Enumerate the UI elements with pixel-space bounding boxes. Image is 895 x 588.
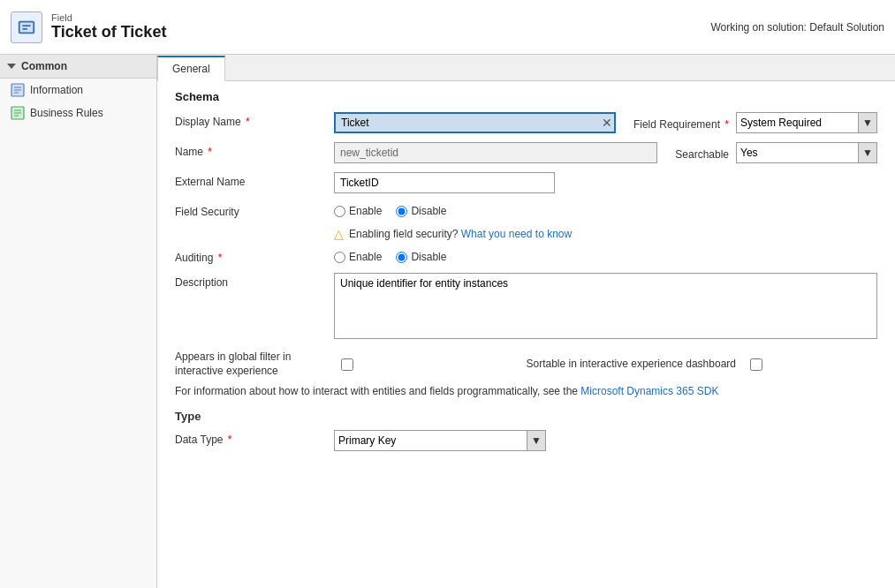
display-name-required: * [243, 116, 250, 128]
display-name-input[interactable] [334, 112, 616, 133]
auditing-enable-radio[interactable] [334, 252, 345, 263]
information-icon [11, 83, 25, 97]
description-textarea[interactable]: Unique identifier for entity instances [334, 273, 877, 339]
sdk-link[interactable]: Microsoft Dynamics 365 SDK [580, 385, 718, 397]
searchable-control: Yes ▼ [736, 142, 877, 163]
name-input[interactable] [334, 142, 657, 163]
app-container: Field Ticket of Ticket Working on soluti… [0, 0, 895, 588]
auditing-radio-group: Enable Disable [334, 248, 877, 263]
external-name-input[interactable] [334, 172, 555, 193]
data-type-select[interactable]: Primary Key [334, 430, 546, 451]
field-security-enable-label[interactable]: Enable [334, 205, 382, 217]
field-security-row: Field Security Enable Disable [175, 202, 877, 218]
external-name-control [334, 172, 877, 193]
warning-row: △ Enabling field security? What you need… [334, 227, 877, 241]
field-icon [11, 11, 42, 43]
appears-in-filter-checkbox[interactable] [341, 358, 353, 371]
sidebar-section-label: Common [21, 60, 67, 72]
triangle-down-icon [7, 64, 16, 69]
appears-in-filter-label: Appears in global filter in interactive … [175, 351, 334, 378]
warning-text: Enabling field security? What you need t… [349, 228, 572, 240]
field-security-control: Enable Disable [334, 202, 877, 217]
header: Field Ticket of Ticket Working on soluti… [0, 0, 895, 55]
data-type-control: Primary Key ▼ [334, 430, 877, 451]
description-control: Unique identifier for entity instances [334, 273, 877, 342]
display-name-label: Display Name * [175, 112, 334, 128]
appears-in-filter-col: Appears in global filter in interactive … [175, 351, 527, 378]
sortable-col: Sortable in interactive experience dashb… [527, 351, 878, 378]
header-left: Field Ticket of Ticket [11, 11, 166, 43]
warning-icon: △ [334, 227, 344, 241]
display-name-row: Display Name * ✕ Field Requirement * [175, 112, 877, 133]
auditing-disable-label[interactable]: Disable [396, 251, 446, 263]
display-name-clear-button[interactable]: ✕ [602, 117, 612, 129]
sortable-checkbox[interactable] [750, 358, 762, 371]
display-name-control: ✕ [334, 112, 616, 133]
field-security-radio-group: Enable Disable [334, 202, 877, 217]
auditing-disable-radio[interactable] [396, 252, 407, 263]
field-security-disable-label[interactable]: Disable [396, 205, 446, 217]
main-layout: Common Information Business Rule [0, 55, 895, 588]
name-row: Name * Searchable Yes [175, 142, 877, 163]
svg-rect-0 [19, 21, 34, 33]
searchable-select[interactable]: Yes [736, 142, 877, 163]
sidebar-item-business-rules[interactable]: Business Rules [0, 102, 156, 124]
business-rules-icon [11, 106, 25, 120]
field-security-disable-radio[interactable] [396, 206, 407, 217]
auditing-label: Auditing * [175, 248, 334, 264]
auditing-enable-label[interactable]: Enable [334, 251, 382, 263]
external-name-row: External Name [175, 172, 877, 193]
field-security-label: Field Security [175, 202, 334, 218]
header-titles: Field Ticket of Ticket [51, 12, 166, 41]
schema-section-title: Schema [175, 90, 877, 103]
name-control [334, 142, 657, 163]
tab-general[interactable]: General [157, 56, 225, 81]
sidebar: Common Information Business Rule [0, 55, 157, 588]
header-title: Ticket of Ticket [51, 23, 166, 41]
data-type-select-wrapper: Primary Key ▼ [334, 430, 546, 451]
display-name-input-wrapper: ✕ [334, 112, 616, 133]
form-body: Schema Display Name * ✕ [157, 81, 895, 478]
sidebar-item-information[interactable]: Information [0, 79, 156, 102]
type-section-title: Type [175, 410, 877, 423]
field-requirement-control: System Required ▼ [736, 112, 877, 133]
auditing-control: Enable Disable [334, 248, 877, 263]
warning-link[interactable]: What you need to know [461, 228, 572, 240]
header-subtitle: Field [51, 12, 166, 23]
description-label: Description [175, 273, 334, 289]
sidebar-item-business-rules-label: Business Rules [30, 107, 103, 119]
content-area: General Schema Display Name * ✕ [157, 55, 895, 588]
data-type-row: Data Type * Primary Key ▼ [175, 430, 877, 451]
sidebar-item-information-label: Information [30, 84, 83, 96]
name-label: Name * [175, 142, 334, 158]
auditing-row: Auditing * Enable Disable [175, 248, 877, 264]
searchable-label: Searchable [675, 145, 729, 161]
sortable-label: Sortable in interactive experience dashb… [527, 358, 736, 372]
working-on-solution: Working on solution: Default Solution [710, 21, 884, 34]
field-requirement-label: Field Requirement * [633, 115, 729, 131]
description-row: Description Unique identifier for entity… [175, 273, 877, 342]
sidebar-section-common[interactable]: Common [0, 55, 156, 79]
field-security-enable-radio[interactable] [334, 206, 345, 217]
tabs: General [157, 55, 895, 81]
data-type-label: Data Type * [175, 430, 334, 446]
external-name-label: External Name [175, 172, 334, 188]
field-requirement-select[interactable]: System Required [736, 112, 877, 133]
info-text: For information about how to interact wi… [175, 385, 877, 397]
checkbox-row: Appears in global filter in interactive … [175, 351, 877, 378]
